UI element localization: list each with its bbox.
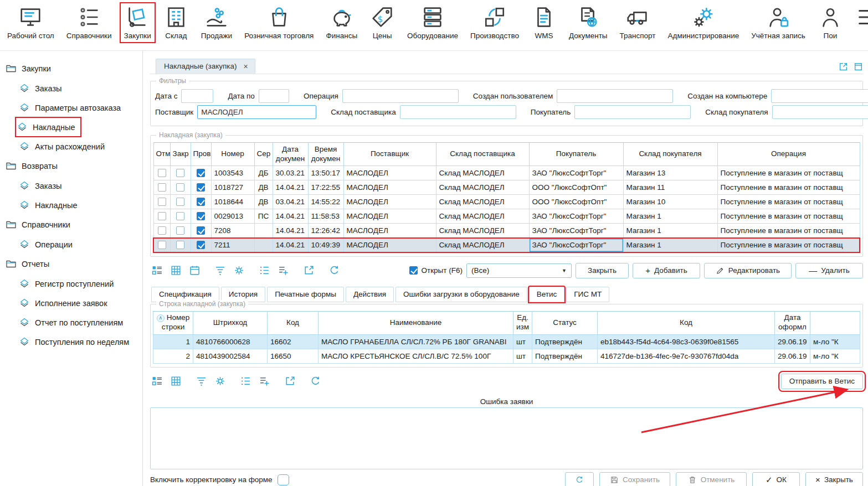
tree-item[interactable]: Заказы [18,79,67,98]
tree-item[interactable]: Накладные [16,117,81,137]
refresh-button[interactable] [327,263,341,277]
invoices-col-header-5[interactable]: Дата докумен [273,143,308,166]
lines-col-header-8[interactable] [810,311,860,334]
topbar-item-documents[interactable]: Документы [565,3,612,43]
topbar-item-equipment[interactable]: Оборудование [403,3,462,43]
date-to-input[interactable] [259,89,289,103]
lines-col-header-6[interactable]: Код [598,311,775,334]
closed-checkbox[interactable] [176,212,184,220]
numbered-list-button[interactable] [258,263,271,277]
mark-checkbox[interactable] [158,169,166,177]
lines-col-header-0[interactable]: ∧Номер строки [153,311,193,334]
lines-col-header-4[interactable]: Ед. изм [513,311,532,334]
topbar-item-purchases[interactable]: Закупки [120,3,155,43]
topbar-item-search[interactable]: Пои [814,3,847,43]
edit-button[interactable]: Редактировать [704,263,792,278]
invoices-col-header-0[interactable]: Отм. [153,143,170,166]
invoices-col-header-4[interactable]: Сер [254,143,273,166]
delete-button[interactable]: — Удалить [795,263,863,278]
lines-col-header-3[interactable]: Наименование [319,311,513,334]
topbar-item-menu[interactable] [851,3,868,34]
posted-checkbox[interactable] [197,169,205,177]
invoices-col-header-3[interactable]: Номер [211,143,254,166]
close-button[interactable]: × Закрыть [805,472,863,486]
created-on-computer-input[interactable] [771,89,868,103]
detail-tab-5[interactable]: Ветис [529,287,565,302]
tree-item[interactable]: Накладные [18,195,83,215]
tree-item[interactable]: Акты расхождений [18,137,110,156]
numbered-list-button[interactable] [239,374,253,388]
cancel-button[interactable]: Отменить [676,472,747,486]
save-button[interactable]: Сохранить [599,472,670,486]
closed-checkbox[interactable] [176,226,184,235]
list-view-button[interactable] [150,263,164,277]
close-invoice-button[interactable]: Закрыть [576,263,629,278]
add-list-button[interactable] [276,263,290,277]
mark-checkbox[interactable] [158,241,166,249]
lines-col-header-5[interactable]: Статус [532,311,598,334]
mark-checkbox[interactable] [158,226,166,235]
refresh-button[interactable] [565,472,594,486]
posted-checkbox[interactable] [197,183,205,192]
supplier-input[interactable] [197,105,316,119]
tree-item[interactable]: Параметры автозаказа [18,98,126,117]
invoices-col-header-8[interactable]: Склад поставщика [436,143,529,166]
tree-item[interactable]: Отчет по поступлениям [18,313,129,332]
grid-view-button[interactable] [169,263,183,277]
refresh-button[interactable] [309,374,322,388]
topbar-item-catalog[interactable]: Справочники [63,3,116,43]
filter-button[interactable] [213,263,227,277]
closed-checkbox[interactable] [176,198,184,206]
open-window-button[interactable] [283,374,297,388]
invoice-row[interactable]: 720814.04.2112:26:42МАСЛОДЕЛСклад МАСЛОД… [153,224,860,238]
topbar-item-desktop[interactable]: Рабочий стол [3,3,58,43]
date-from-input[interactable] [181,89,213,103]
buyer-store-input[interactable] [772,105,868,119]
tree-folder-0[interactable]: Закупки [6,59,142,79]
detail-tab-2[interactable]: Печатные формы [267,287,344,302]
open-f6-filter[interactable]: Открыт (F6) [409,266,463,275]
topbar-item-account[interactable]: Учётная запись [747,3,809,43]
window-icon[interactable] [854,62,863,71]
add-list-button[interactable] [258,374,271,388]
topbar-item-wms[interactable]: WMS [527,3,561,43]
ok-button[interactable]: ✓ ОК [752,472,800,486]
topbar-item-warehouse[interactable]: Склад [160,3,193,43]
invoice-line-row[interactable]: 2481043900258416650МАСЛО КРЕСТЬЯНСКОЕ СЛ… [153,349,860,363]
list-view-button[interactable] [150,374,164,388]
operation-input[interactable] [342,89,459,103]
posted-checkbox[interactable] [197,226,205,235]
invoice-line-row[interactable]: 1481076600062816602МАСЛО ГРАНАБЕЛЛА СЛ/С… [153,334,860,349]
mark-checkbox[interactable] [158,183,166,192]
topbar-item-finance[interactable]: Финансы [322,3,361,43]
invoices-col-header-6[interactable]: Время докумен [308,143,343,166]
correction-checkbox[interactable] [278,474,289,485]
grid-view-button[interactable] [169,374,183,388]
detail-tab-4[interactable]: Ошибки загрузки в оборудование [396,287,527,302]
posted-checkbox[interactable] [197,241,205,249]
closed-checkbox[interactable] [176,169,184,177]
invoice-row[interactable]: 1018644ДВ03.04.2114:55:22МАСЛОДЕЛСклад М… [153,195,860,209]
open-window-button[interactable] [302,263,316,277]
filter-select[interactable]: (Все) ▼ [466,263,572,278]
tab-invoices-purchase[interactable]: Накладные (закупка) × [156,59,255,74]
tree-item[interactable]: Операции [18,235,78,254]
invoices-col-header-7[interactable]: Поставщик [343,143,436,166]
tree-folder-2[interactable]: Справочники [6,215,142,235]
topbar-item-prices[interactable]: Цены [366,3,399,43]
invoices-col-header-9[interactable]: Покупатель [529,143,623,166]
lines-col-header-7[interactable]: Дата оформл [775,311,810,334]
topbar-item-admin[interactable]: Администрирование [664,3,743,43]
invoices-col-header-2[interactable]: Пров [191,143,211,166]
correction-toggle[interactable]: Включить корректировку на форме [150,474,289,485]
supplier-store-input[interactable] [400,105,516,119]
topbar-item-production[interactable]: Производство [466,3,523,43]
invoices-col-header-1[interactable]: Закр [170,143,191,166]
tree-item[interactable]: Исполнение заявок [18,293,113,313]
closed-checkbox[interactable] [176,183,184,192]
add-button[interactable]: + Добавить [633,263,700,278]
tree-item[interactable]: Заказы [18,176,67,195]
lines-col-header-2[interactable]: Код [268,311,319,334]
error-textarea[interactable] [150,407,863,469]
topbar-item-retail[interactable]: Розничная торговля [240,3,317,43]
